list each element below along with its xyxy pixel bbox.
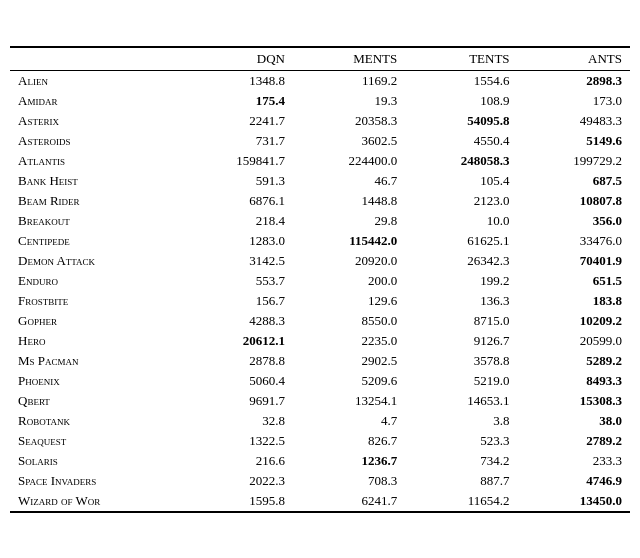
cell-game: Breakout — [10, 211, 181, 231]
cell-tents: 887.7 — [405, 471, 517, 491]
cell-ants: 70401.9 — [518, 251, 630, 271]
table-row: Space Invaders2022.3708.3887.74746.9 — [10, 471, 630, 491]
cell-dqn: 1283.0 — [181, 231, 293, 251]
table-row: Hero20612.12235.09126.720599.0 — [10, 331, 630, 351]
cell-ments: 20920.0 — [293, 251, 405, 271]
table-row: Frostbite156.7129.6136.3183.8 — [10, 291, 630, 311]
table-row: Beam Rider6876.11448.82123.010807.8 — [10, 191, 630, 211]
cell-dqn: 2241.7 — [181, 111, 293, 131]
cell-ants: 38.0 — [518, 411, 630, 431]
cell-game: Asteroids — [10, 131, 181, 151]
cell-dqn: 175.4 — [181, 91, 293, 111]
cell-tents: 11654.2 — [405, 491, 517, 512]
cell-dqn: 2022.3 — [181, 471, 293, 491]
cell-ments: 20358.3 — [293, 111, 405, 131]
cell-ants: 356.0 — [518, 211, 630, 231]
cell-dqn: 3142.5 — [181, 251, 293, 271]
cell-ants: 233.3 — [518, 451, 630, 471]
cell-dqn: 1595.8 — [181, 491, 293, 512]
cell-game: Space Invaders — [10, 471, 181, 491]
cell-tents: 523.3 — [405, 431, 517, 451]
cell-ants: 4746.9 — [518, 471, 630, 491]
cell-dqn: 731.7 — [181, 131, 293, 151]
cell-ments: 1169.2 — [293, 70, 405, 91]
cell-ments: 6241.7 — [293, 491, 405, 512]
cell-ants: 49483.3 — [518, 111, 630, 131]
cell-tents: 199.2 — [405, 271, 517, 291]
cell-game: Bank Heist — [10, 171, 181, 191]
cell-dqn: 216.6 — [181, 451, 293, 471]
cell-game: Atlantis — [10, 151, 181, 171]
cell-tents: 3.8 — [405, 411, 517, 431]
cell-ments: 8550.0 — [293, 311, 405, 331]
cell-ants: 687.5 — [518, 171, 630, 191]
cell-dqn: 9691.7 — [181, 391, 293, 411]
cell-game: Seaquest — [10, 431, 181, 451]
cell-dqn: 5060.4 — [181, 371, 293, 391]
cell-game: Ms Pacman — [10, 351, 181, 371]
table-row: Qbert9691.713254.114653.115308.3 — [10, 391, 630, 411]
cell-ments: 115442.0 — [293, 231, 405, 251]
cell-ments: 19.3 — [293, 91, 405, 111]
cell-ants: 173.0 — [518, 91, 630, 111]
cell-game: Amidar — [10, 91, 181, 111]
table-row: Wizard of Wor1595.86241.711654.213450.0 — [10, 491, 630, 512]
cell-tents: 54095.8 — [405, 111, 517, 131]
table-row: Amidar175.419.3108.9173.0 — [10, 91, 630, 111]
table-row: Phoenix5060.45209.65219.08493.3 — [10, 371, 630, 391]
col-header-dqn: DQN — [181, 47, 293, 71]
cell-dqn: 591.3 — [181, 171, 293, 191]
cell-game: Solaris — [10, 451, 181, 471]
cell-ants: 651.5 — [518, 271, 630, 291]
cell-tents: 10.0 — [405, 211, 517, 231]
cell-game: Gopher — [10, 311, 181, 331]
cell-game: Alien — [10, 70, 181, 91]
cell-tents: 9126.7 — [405, 331, 517, 351]
cell-dqn: 20612.1 — [181, 331, 293, 351]
cell-game: Qbert — [10, 391, 181, 411]
cell-ments: 2902.5 — [293, 351, 405, 371]
cell-ments: 46.7 — [293, 171, 405, 191]
cell-game: Enduro — [10, 271, 181, 291]
col-header-tents: TENTS — [405, 47, 517, 71]
cell-ants: 20599.0 — [518, 331, 630, 351]
cell-dqn: 6876.1 — [181, 191, 293, 211]
table-row: Alien1348.81169.21554.62898.3 — [10, 70, 630, 91]
cell-tents: 14653.1 — [405, 391, 517, 411]
cell-ants: 15308.3 — [518, 391, 630, 411]
cell-tents: 4550.4 — [405, 131, 517, 151]
table-row: Solaris216.61236.7734.2233.3 — [10, 451, 630, 471]
cell-ments: 29.8 — [293, 211, 405, 231]
cell-dqn: 1348.8 — [181, 70, 293, 91]
cell-dqn: 553.7 — [181, 271, 293, 291]
table-container: DQN MENTS TENTS ANTS Alien1348.81169.215… — [10, 46, 630, 513]
cell-tents: 108.9 — [405, 91, 517, 111]
cell-ments: 13254.1 — [293, 391, 405, 411]
cell-tents: 105.4 — [405, 171, 517, 191]
cell-ants: 10807.8 — [518, 191, 630, 211]
cell-ments: 1236.7 — [293, 451, 405, 471]
table-row: Demon Attack3142.520920.026342.370401.9 — [10, 251, 630, 271]
table-row: Centipede1283.0115442.061625.133476.0 — [10, 231, 630, 251]
cell-dqn: 4288.3 — [181, 311, 293, 331]
cell-ments: 1448.8 — [293, 191, 405, 211]
cell-ments: 3602.5 — [293, 131, 405, 151]
cell-ments: 708.3 — [293, 471, 405, 491]
cell-tents: 8715.0 — [405, 311, 517, 331]
results-table: DQN MENTS TENTS ANTS Alien1348.81169.215… — [10, 46, 630, 513]
cell-ments: 826.7 — [293, 431, 405, 451]
col-header-game — [10, 47, 181, 71]
table-row: Bank Heist591.346.7105.4687.5 — [10, 171, 630, 191]
cell-ants: 199729.2 — [518, 151, 630, 171]
cell-tents: 2123.0 — [405, 191, 517, 211]
col-header-ants: ANTS — [518, 47, 630, 71]
cell-tents: 26342.3 — [405, 251, 517, 271]
cell-ments: 200.0 — [293, 271, 405, 291]
cell-game: Wizard of Wor — [10, 491, 181, 512]
table-row: Robotank32.84.73.838.0 — [10, 411, 630, 431]
cell-tents: 734.2 — [405, 451, 517, 471]
cell-dqn: 1322.5 — [181, 431, 293, 451]
cell-tents: 3578.8 — [405, 351, 517, 371]
cell-ments: 129.6 — [293, 291, 405, 311]
table-row: Seaquest1322.5826.7523.32789.2 — [10, 431, 630, 451]
